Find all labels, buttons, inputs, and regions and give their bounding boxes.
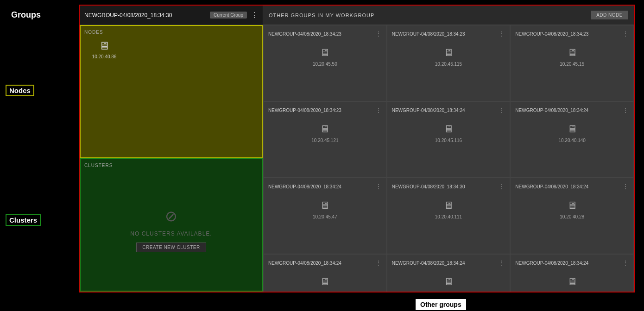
group-card-body: 🖥 10.20.45.121	[268, 118, 382, 173]
group-card-name: NEWGROUP-04/08/2020_18:34:24	[515, 108, 588, 113]
group-monitor-icon: 🖥	[320, 47, 330, 59]
current-group-name: NEWGROUP-04/08/2020_18:34:30	[84, 12, 172, 19]
current-group-header: NEWGROUP-04/08/2020_18:34:30 Current Gro…	[80, 6, 263, 25]
groups-grid: NEWGROUP-04/08/2020_18:34:23 ⋮ 🖥 10.20.4…	[263, 25, 634, 292]
group-card-name: NEWGROUP-04/08/2020_18:34:30	[392, 184, 465, 189]
group-card-menu-icon[interactable]: ⋮	[499, 106, 505, 114]
nodes-section-label: NODES	[84, 30, 258, 35]
group-monitor-icon: 🖥	[567, 47, 577, 59]
group-card-name: NEWGROUP-04/08/2020_18:34:24	[268, 261, 341, 266]
group-card-menu-icon[interactable]: ⋮	[499, 30, 505, 37]
group-card: NEWGROUP-04/08/2020_18:34:30 ⋮ 🖥 10.20.4…	[387, 178, 511, 254]
other-groups-title: OTHER GROUPS IN MY WORKGROUP	[269, 12, 374, 18]
group-node-ip: 10.20.45.47	[313, 214, 337, 219]
group-node-ip: 10.20.45.50	[313, 62, 337, 67]
group-card-header: NEWGROUP-04/08/2020_18:34:24 ⋮	[392, 259, 505, 267]
group-card-header: NEWGROUP-04/08/2020_18:34:24 ⋮	[515, 106, 629, 114]
left-panel: NEWGROUP-04/08/2020_18:34:30 Current Gro…	[80, 6, 263, 292]
group-card-header: NEWGROUP-04/08/2020_18:34:23 ⋮	[515, 30, 629, 37]
group-node-ip: 10.20.40.111	[435, 214, 462, 219]
group-card-name: NEWGROUP-04/08/2020_18:34:24	[268, 184, 341, 189]
main-container: NEWGROUP-04/08/2020_18:34:30 Current Gro…	[79, 5, 635, 292]
group-card: NEWGROUP-04/08/2020_18:34:24 ⋮ 🖥	[510, 254, 634, 292]
current-group-badge: Current Group	[210, 12, 247, 19]
group-card-body: 🖥 10.20.45.47	[268, 195, 382, 249]
group-card-body: 🖥	[515, 271, 629, 292]
group-card-menu-icon[interactable]: ⋮	[499, 259, 505, 267]
group-card-header: NEWGROUP-04/08/2020_18:34:30 ⋮	[392, 183, 505, 190]
group-card-menu-icon[interactable]: ⋮	[375, 183, 382, 190]
group-monitor-icon: 🖥	[320, 276, 330, 288]
group-card-name: NEWGROUP-04/08/2020_18:34:24	[392, 261, 465, 266]
group-card-menu-icon[interactable]: ⋮	[375, 30, 382, 37]
other-groups-header: OTHER GROUPS IN MY WORKGROUP ADD NODE	[263, 6, 634, 25]
group-card-header: NEWGROUP-04/08/2020_18:34:24 ⋮	[392, 106, 505, 114]
group-card-body: 🖥 10.20.45.116	[392, 118, 505, 173]
current-group-menu-icon[interactable]: ⋮	[251, 12, 258, 19]
group-card-body: 🖥	[268, 271, 382, 292]
group-card-header: NEWGROUP-04/08/2020_18:34:24 ⋮	[515, 259, 629, 267]
group-card-header: NEWGROUP-04/08/2020_18:34:23 ⋮	[268, 30, 382, 37]
group-card: NEWGROUP-04/08/2020_18:34:23 ⋮ 🖥 10.20.4…	[263, 25, 387, 101]
group-monitor-icon: 🖥	[443, 199, 454, 211]
clusters-section: CLUSTERS ⊘ NO CLUSTERS AVAILABLE. CREATE…	[80, 158, 263, 292]
other-groups-label: Other groups	[415, 298, 467, 311]
node-ip-label: 10.20.40.86	[92, 54, 117, 59]
group-card-header: NEWGROUP-04/08/2020_18:34:23 ⋮	[392, 30, 505, 37]
group-node-ip: 10.20.45.116	[435, 138, 462, 143]
group-card: NEWGROUP-04/08/2020_18:34:23 ⋮ 🖥 10.20.4…	[263, 101, 387, 178]
group-monitor-icon: 🖥	[443, 276, 454, 288]
monitor-icon: 🖥	[99, 39, 110, 52]
group-card-name: NEWGROUP-04/08/2020_18:34:23	[515, 31, 588, 37]
add-node-button[interactable]: ADD NODE	[591, 11, 628, 19]
clusters-section-label: CLUSTERS	[84, 163, 258, 168]
group-node-ip: 10.20.45.121	[311, 138, 338, 143]
group-monitor-icon: 🖥	[443, 123, 454, 135]
group-monitor-icon: 🖥	[320, 199, 330, 211]
no-clusters-text: NO CLUSTERS AVAILABLE.	[130, 230, 212, 237]
group-card-menu-icon[interactable]: ⋮	[499, 183, 505, 190]
group-node-ip: 10.20.45.115	[435, 62, 462, 67]
group-card-menu-icon[interactable]: ⋮	[375, 259, 382, 267]
group-card-name: NEWGROUP-04/08/2020_18:34:23	[268, 108, 341, 113]
group-card-body: 🖥 10.20.40.111	[392, 195, 505, 249]
group-card-name: NEWGROUP-04/08/2020_18:34:24	[392, 108, 465, 113]
group-card: NEWGROUP-04/08/2020_18:34:24 ⋮ 🖥 10.20.4…	[510, 101, 634, 178]
group-card-header: NEWGROUP-04/08/2020_18:34:24 ⋮	[268, 259, 382, 267]
group-card-body: 🖥 10.20.40.140	[515, 118, 629, 173]
group-card-name: NEWGROUP-04/08/2020_18:34:24	[515, 184, 588, 189]
group-card-menu-icon[interactable]: ⋮	[622, 30, 629, 37]
group-card: NEWGROUP-04/08/2020_18:34:24 ⋮ 🖥 10.20.4…	[263, 178, 387, 254]
group-monitor-icon: 🖥	[567, 199, 577, 211]
clusters-label: Clusters	[6, 214, 41, 226]
group-card-menu-icon[interactable]: ⋮	[622, 106, 629, 114]
group-card-body: 🖥 10.20.45.50	[268, 42, 382, 96]
group-card-menu-icon[interactable]: ⋮	[622, 259, 629, 267]
group-card: NEWGROUP-04/08/2020_18:34:23 ⋮ 🖥 10.20.4…	[510, 25, 634, 101]
group-card: NEWGROUP-04/08/2020_18:34:24 ⋮ 🖥 10.20.4…	[387, 101, 511, 178]
groups-label: Groups	[8, 9, 44, 21]
group-card: NEWGROUP-04/08/2020_18:34:24 ⋮ 🖥	[263, 254, 387, 292]
create-cluster-button[interactable]: CREATE NEW CLUSTER	[136, 243, 206, 252]
group-card-header: NEWGROUP-04/08/2020_18:34:23 ⋮	[268, 106, 382, 114]
group-card-body: 🖥 10.20.40.28	[515, 195, 629, 249]
group-card-menu-icon[interactable]: ⋮	[622, 183, 629, 190]
group-node-ip: 10.20.40.28	[560, 214, 584, 219]
group-card-header: NEWGROUP-04/08/2020_18:34:24 ⋮	[268, 183, 382, 190]
group-card-body: 🖥	[392, 271, 505, 292]
group-card: NEWGROUP-04/08/2020_18:34:23 ⋮ 🖥 10.20.4…	[387, 25, 511, 101]
group-card-menu-icon[interactable]: ⋮	[375, 106, 382, 114]
group-card-body: 🖥 10.20.45.15	[515, 42, 629, 96]
group-monitor-icon: 🖥	[567, 123, 577, 135]
group-card-name: NEWGROUP-04/08/2020_18:34:24	[515, 261, 588, 266]
node-item: 🖥 10.20.40.86	[88, 39, 120, 59]
nodes-section: NODES 🖥 10.20.40.86	[80, 25, 263, 158]
header-right: Current Group ⋮	[210, 12, 258, 19]
group-node-ip: 10.20.40.140	[558, 138, 585, 143]
nodes-label: Nodes	[6, 85, 34, 96]
group-card: NEWGROUP-04/08/2020_18:34:24 ⋮ 🖥	[387, 254, 511, 292]
right-panel: OTHER GROUPS IN MY WORKGROUP ADD NODE NE…	[263, 6, 634, 292]
no-clusters-icon: ⊘	[165, 207, 177, 225]
group-card-name: NEWGROUP-04/08/2020_18:34:23	[392, 31, 465, 37]
clusters-empty-state: ⊘ NO CLUSTERS AVAILABLE. CREATE NEW CLUS…	[130, 173, 212, 287]
